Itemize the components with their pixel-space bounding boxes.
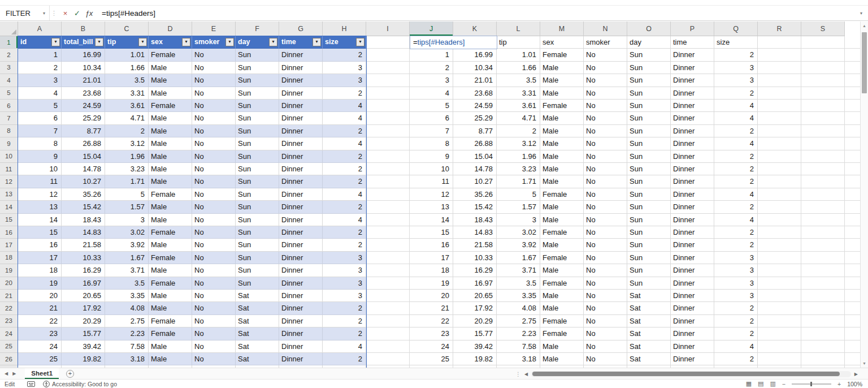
cell-L20[interactable]: 3.5 <box>497 277 540 290</box>
cell-B9[interactable]: 26.88 <box>62 137 105 150</box>
hscroll-right-icon[interactable]: ▶ <box>854 372 858 377</box>
cell-H2[interactable]: 2 <box>323 49 366 61</box>
row-header-20[interactable]: 20 <box>0 277 18 290</box>
cell-G12[interactable]: Dinner <box>279 175 323 188</box>
formula-input[interactable]: =tips[#Headers] <box>102 9 860 18</box>
cell-G11[interactable]: Dinner <box>279 163 323 175</box>
cell-A16[interactable]: 15 <box>18 226 62 239</box>
cell-E20[interactable]: No <box>192 277 236 290</box>
row-header-14[interactable]: 14 <box>0 201 18 213</box>
cell-A7[interactable]: 6 <box>18 112 62 124</box>
cell-P19[interactable]: Dinner <box>671 264 714 277</box>
cell-D26[interactable]: Male <box>149 353 192 365</box>
cell-H9[interactable]: 4 <box>323 137 366 150</box>
cell-K4[interactable]: 21.01 <box>453 74 497 87</box>
cell-N15[interactable]: No <box>584 214 627 226</box>
cell-B12[interactable]: 10.27 <box>62 175 105 188</box>
cell-J16[interactable]: 15 <box>410 226 453 239</box>
cell-Q11[interactable]: 2 <box>714 163 758 175</box>
cell-E13[interactable]: No <box>192 188 236 201</box>
cell-N21[interactable]: No <box>584 290 627 302</box>
cell-O24[interactable]: Sat <box>627 327 671 340</box>
cell-A11[interactable]: 10 <box>18 163 62 175</box>
cell-L10[interactable]: 1.96 <box>497 150 540 163</box>
cell-K9[interactable]: 26.88 <box>453 137 497 150</box>
cell-C13[interactable]: 5 <box>105 188 149 201</box>
cell-B7[interactable]: 25.29 <box>62 112 105 124</box>
cell-B5[interactable]: 23.68 <box>62 87 105 100</box>
cell-F3[interactable]: Sun <box>236 62 279 74</box>
cell-B22[interactable]: 17.92 <box>62 302 105 314</box>
cell-J7[interactable]: 6 <box>410 112 453 124</box>
cell-O18[interactable]: Sun <box>627 252 671 264</box>
cell-Q3[interactable]: 3 <box>714 62 758 74</box>
filter-button-total_bill[interactable]: ▾ <box>95 38 103 46</box>
cell-K21[interactable]: 20.65 <box>453 290 497 302</box>
filter-button-size[interactable]: ▾ <box>356 38 364 46</box>
cell-A22[interactable]: 21 <box>18 302 62 314</box>
cell-B4[interactable]: 21.01 <box>62 74 105 87</box>
cell-O16[interactable]: Sun <box>627 226 671 239</box>
cell-M22[interactable]: Male <box>540 302 584 314</box>
cell-E9[interactable]: No <box>192 137 236 150</box>
cell-Q10[interactable]: 2 <box>714 150 758 163</box>
cell-J22[interactable]: 21 <box>410 302 453 314</box>
cell-A10[interactable]: 9 <box>18 150 62 163</box>
cell-E1[interactable]: smoker▾ <box>192 36 236 49</box>
cell-H15[interactable]: 4 <box>323 214 366 226</box>
cell-D7[interactable]: Male <box>149 112 192 124</box>
cell-C15[interactable]: 3 <box>105 214 149 226</box>
cancel-button[interactable]: × <box>59 9 71 18</box>
cell-P10[interactable]: Dinner <box>671 150 714 163</box>
cell-B15[interactable]: 18.43 <box>62 214 105 226</box>
cell-P12[interactable]: Dinner <box>671 175 714 188</box>
cell-Q16[interactable]: 2 <box>714 226 758 239</box>
cell-O10[interactable]: Sun <box>627 150 671 163</box>
cell-D13[interactable]: Female <box>149 188 192 201</box>
cell-J19[interactable]: 18 <box>410 264 453 277</box>
cell-G19[interactable]: Dinner <box>279 264 323 277</box>
hscroll-left-icon[interactable]: ◀ <box>524 372 528 377</box>
cell-Q24[interactable]: 2 <box>714 327 758 340</box>
cell-J4[interactable]: 3 <box>410 74 453 87</box>
cell-E2[interactable]: No <box>192 49 236 61</box>
cell-M7[interactable]: Male <box>540 112 584 124</box>
cell-Q4[interactable]: 3 <box>714 74 758 87</box>
column-header-K[interactable]: K <box>453 21 497 36</box>
cell-Q15[interactable]: 4 <box>714 214 758 226</box>
cell-P14[interactable]: Dinner <box>671 201 714 213</box>
row-header-10[interactable]: 10 <box>0 150 18 163</box>
column-header-B[interactable]: B <box>62 21 105 36</box>
cell-D12[interactable]: Male <box>149 175 192 188</box>
cell-N10[interactable]: No <box>584 150 627 163</box>
cell-K24[interactable]: 15.77 <box>453 327 497 340</box>
column-header-A[interactable]: A <box>18 21 62 36</box>
cell-M9[interactable]: Male <box>540 137 584 150</box>
cell-D16[interactable]: Female <box>149 226 192 239</box>
cell-D20[interactable]: Female <box>149 277 192 290</box>
cell-Q14[interactable]: 2 <box>714 201 758 213</box>
cell-E15[interactable]: No <box>192 214 236 226</box>
cell-K5[interactable]: 23.68 <box>453 87 497 100</box>
cell-F20[interactable]: Sun <box>236 277 279 290</box>
cell-H14[interactable]: 2 <box>323 201 366 213</box>
cell-G7[interactable]: Dinner <box>279 112 323 124</box>
cell-D5[interactable]: Male <box>149 87 192 100</box>
normal-view-icon[interactable]: ▦ <box>746 380 752 387</box>
name-box[interactable]: FILTER ▾ <box>0 6 50 20</box>
page-layout-view-icon[interactable]: ▤ <box>758 380 763 387</box>
cell-H26[interactable]: 2 <box>323 353 366 365</box>
cell-P15[interactable]: Dinner <box>671 214 714 226</box>
cell-K6[interactable]: 24.59 <box>453 100 497 112</box>
cell-F21[interactable]: Sat <box>236 290 279 302</box>
cell-N8[interactable]: No <box>584 125 627 137</box>
cell-B10[interactable]: 15.04 <box>62 150 105 163</box>
cell-P17[interactable]: Dinner <box>671 239 714 251</box>
cell-G1[interactable]: time▾ <box>279 36 323 49</box>
cell-B23[interactable]: 20.29 <box>62 315 105 327</box>
cell-O22[interactable]: Sat <box>627 302 671 314</box>
column-header-F[interactable]: F <box>236 21 279 36</box>
cell-B25[interactable]: 39.42 <box>62 340 105 353</box>
horizontal-scrollbar-thumb[interactable] <box>532 372 840 376</box>
cell-M24[interactable]: Female <box>540 327 584 340</box>
